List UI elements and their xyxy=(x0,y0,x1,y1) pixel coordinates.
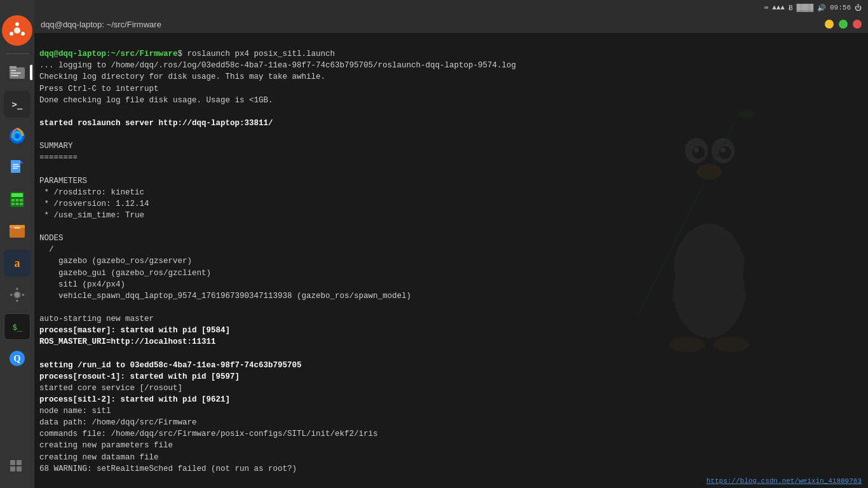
svg-rect-16 xyxy=(13,166,20,167)
line-25: node name: sitl xyxy=(39,407,111,416)
amazon-icon[interactable]: a xyxy=(4,250,31,276)
files-icon[interactable] xyxy=(4,59,31,86)
line-12: NODES xyxy=(39,234,64,243)
divider-1 xyxy=(6,53,29,54)
svg-rect-28 xyxy=(14,227,20,229)
svg-rect-35 xyxy=(17,466,22,471)
line-29: creating new dataman file xyxy=(39,453,159,462)
line-14: gazebo (gazebo_ros/gzserver) xyxy=(39,257,192,266)
wifi-icon[interactable]: ▲▲▲ xyxy=(772,4,785,11)
url-link[interactable]: https://blog.csdn.net/weixin_41869763 xyxy=(707,477,862,485)
svg-rect-23 xyxy=(11,203,15,205)
calc-icon[interactable] xyxy=(4,186,31,213)
line-8: PARAMETERS xyxy=(39,177,87,186)
firefox-icon[interactable] xyxy=(4,123,31,149)
terminal2-icon[interactable]: $_ xyxy=(4,313,31,340)
svg-rect-25 xyxy=(20,203,23,205)
line-2: Checking log directory for disk usage. T… xyxy=(39,72,325,81)
document-icon[interactable] xyxy=(4,154,31,181)
line-28: creating new parameters file xyxy=(39,441,173,450)
line-5: started roslaunch server http://dqq-lapt… xyxy=(39,119,273,128)
titlebar: dqq@dqq-laptop: ~/src/Firmware xyxy=(34,15,868,33)
maximize-btn[interactable] xyxy=(839,20,848,29)
system-tray: ⌨ ▲▲▲ Ƀ ▓▓▓▓ 🔊 09:56 ⏻ xyxy=(34,0,868,15)
svg-rect-32 xyxy=(10,460,15,465)
svg-rect-34 xyxy=(10,466,15,471)
line-3: Press Ctrl-C to interrupt xyxy=(39,85,159,93)
calc-svg xyxy=(8,191,26,208)
terminal-output: dqq@dqq-laptop:~/src/Firmware$ roslaunch… xyxy=(39,37,863,474)
keyboard-icon[interactable]: ⌨ xyxy=(764,4,769,12)
archive-icon[interactable] xyxy=(4,218,31,245)
svg-rect-9 xyxy=(11,75,18,76)
svg-rect-8 xyxy=(11,72,21,74)
line-4: Done checking log file disk usage. Usage… xyxy=(39,96,273,105)
line-10: * /rosversion: 1.12.14 xyxy=(39,200,149,208)
files-svg xyxy=(8,63,27,82)
qbittorrent-icon[interactable]: Q xyxy=(4,345,31,372)
clock: 09:56 xyxy=(830,4,851,11)
power-icon[interactable]: ⏻ xyxy=(855,4,862,12)
svg-rect-17 xyxy=(13,168,18,169)
svg-marker-14 xyxy=(20,160,24,163)
svg-rect-21 xyxy=(16,199,19,201)
doc-svg xyxy=(8,159,26,177)
ubuntu-logo-icon[interactable] xyxy=(2,15,32,46)
qbit-svg: Q xyxy=(8,349,26,367)
svg-point-3 xyxy=(21,32,25,36)
svg-rect-20 xyxy=(11,199,15,201)
active-indicator xyxy=(30,65,32,80)
line-27: commands file: /home/dqq/src/Firmware/po… xyxy=(39,430,378,438)
svg-rect-15 xyxy=(13,164,18,165)
svg-rect-6 xyxy=(10,66,17,69)
svg-point-29 xyxy=(14,292,20,298)
settings-svg xyxy=(8,286,26,304)
svg-point-1 xyxy=(14,27,20,34)
line-21: setting /run_id to 03edd58c-4ba7-11ea-98… xyxy=(39,361,302,370)
svg-rect-7 xyxy=(11,70,16,71)
line-23: started core service [/rosout] xyxy=(39,384,182,393)
volume-icon[interactable]: 🔊 xyxy=(817,4,826,12)
close-btn[interactable] xyxy=(853,20,862,29)
firefox-svg xyxy=(8,126,27,146)
svg-rect-22 xyxy=(20,199,23,201)
ubuntu-svg xyxy=(8,22,26,39)
main-area: dqq@dqq-laptop: ~/src/Firmware xyxy=(34,15,868,488)
line-7: ======== xyxy=(39,153,78,162)
line-22: process[rosout-1]: started with pid [959… xyxy=(39,372,240,381)
bluetooth-icon[interactable]: Ƀ xyxy=(789,4,793,12)
terminal-icon[interactable]: >_ xyxy=(4,91,31,118)
launcher-svg xyxy=(8,458,26,476)
line-26: data path: /home/dqq/src/Firmware xyxy=(39,418,197,427)
line-1: ... logging to /home/dqq/.ros/log/03edd5… xyxy=(39,61,516,70)
svg-point-2 xyxy=(15,22,19,26)
svg-point-12 xyxy=(15,133,20,139)
line-13: / xyxy=(39,245,54,254)
line-17: vehicle_spawn_dqq_laptop_9574_1761967390… xyxy=(39,292,411,301)
prompt: dqq@dqq-laptop:~/src/Firmware xyxy=(39,50,178,58)
line-20: ROS_MASTER_URI=http://localhost:11311 xyxy=(39,337,216,346)
launcher-icon[interactable] xyxy=(4,454,31,480)
svg-text:Q: Q xyxy=(14,354,21,363)
line-16: sitl (px4/px4) xyxy=(39,280,125,289)
line-19: process[master]: started with pid [9584] xyxy=(39,326,230,335)
line-6: SUMMARY xyxy=(39,142,73,151)
settings-icon[interactable] xyxy=(4,281,31,308)
taskbar-bottom xyxy=(0,451,34,488)
taskbar: >_ xyxy=(0,0,34,488)
dollar-sign: $ roslaunch px4 posix_sitl.launch xyxy=(178,50,336,58)
window-title: dqq@dqq-laptop: ~/src/Firmware xyxy=(41,20,825,29)
line-9: * /rosdistro: kinetic xyxy=(39,188,144,197)
line-24: process[sitl-2]: started with pid [9621] xyxy=(39,395,230,404)
svg-rect-19 xyxy=(11,193,23,197)
line-15: gazebo_gui (gazebo_ros/gzclient) xyxy=(39,269,211,278)
minimize-btn[interactable] xyxy=(825,20,834,29)
svg-rect-33 xyxy=(17,460,22,465)
battery-icon[interactable]: ▓▓▓▓ xyxy=(797,4,813,11)
terminal-window[interactable]: dqq@dqq-laptop:~/src/Firmware$ roslaunch… xyxy=(34,33,868,474)
line-18: auto-starting new master xyxy=(39,315,154,323)
svg-rect-24 xyxy=(16,203,19,205)
bottom-bar: https://blog.csdn.net/weixin_41869763 xyxy=(34,474,868,488)
line-30: 68 WARNING: setRealtimeSched failed (not… xyxy=(39,464,297,473)
line-11: * /use_sim_time: True xyxy=(39,211,144,220)
